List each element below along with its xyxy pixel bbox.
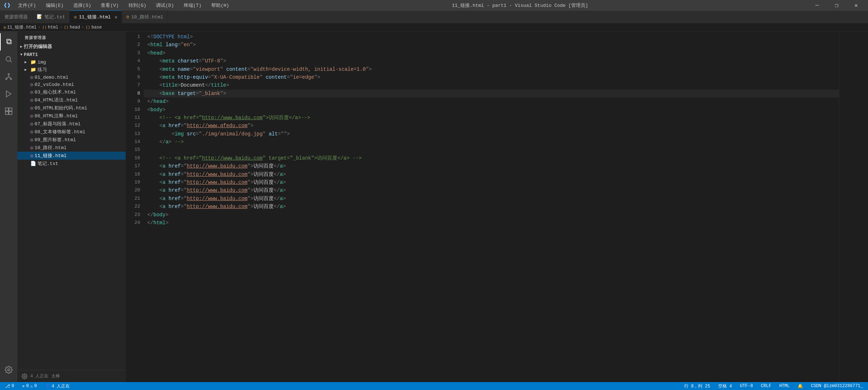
- settings-icon[interactable]: [22, 373, 27, 379]
- breadcrumb-head-label: head: [70, 25, 80, 30]
- tab-notes[interactable]: 📝 笔记.txt: [32, 10, 70, 23]
- breadcrumb-sep-3: ›: [82, 25, 84, 30]
- activity-debug[interactable]: [0, 85, 17, 103]
- svg-point-14: [24, 376, 25, 377]
- tab-routes[interactable]: ◎ 10_路径.html: [122, 10, 168, 23]
- tree-item-03[interactable]: ◎ 03_核心技术.html: [17, 88, 126, 96]
- breadcrumb-tag-icon-2: ⟨⟩: [64, 25, 69, 30]
- breadcrumb-base[interactable]: ⟨⟩ base: [86, 25, 102, 30]
- status-branch[interactable]: ⎇ 0: [4, 384, 16, 389]
- title-bar: ❰❱ 文件(F) 编辑(E) 选择(S) 查看(V) 转到(G) 调试(D) 终…: [0, 0, 868, 11]
- status-line-ending[interactable]: CRLF: [759, 384, 773, 389]
- window-controls[interactable]: — ❐ ✕: [809, 0, 864, 11]
- menu-goto[interactable]: 转到(G): [126, 1, 148, 9]
- breadcrumb-html-icon: ◎: [4, 25, 6, 30]
- code-content[interactable]: <!DOCTYPE html> <html lang="en"> <head> …: [144, 31, 839, 382]
- tree-item-02[interactable]: ◎ 02_vsCode.html: [17, 81, 126, 88]
- status-encoding[interactable]: UTF-8: [738, 384, 754, 389]
- tree-item-06[interactable]: ◎ 06_HTML注释.html: [17, 112, 126, 120]
- ln-3: 3: [126, 49, 140, 57]
- menu-select[interactable]: 选择(S): [71, 1, 93, 9]
- activity-extensions[interactable]: [0, 103, 17, 120]
- sidebar-bottom: 4 人正在 太棒: [17, 370, 126, 382]
- warning-icon: ⚠: [30, 384, 33, 389]
- tree-item-practice[interactable]: ▶ 📁 练习: [17, 66, 126, 74]
- tree-item-07[interactable]: ◎ 07_标题与段落.html: [17, 120, 126, 128]
- code-line-5: <meta name="viewport" content="width=dev…: [144, 65, 839, 73]
- tree-item-08[interactable]: ◎ 08_文本修饰标签.html: [17, 128, 126, 136]
- code-line-20: <a href="http://www.baidu.com">访问百度</a>: [144, 186, 839, 194]
- minimap: [839, 31, 868, 382]
- breadcrumb-base-label: base: [91, 25, 102, 30]
- t03-label: 03_核心技术.html: [35, 89, 76, 95]
- part1-section[interactable]: ▼ PART1: [17, 51, 126, 58]
- status-errors[interactable]: ✕ 0 ⚠ 0: [21, 384, 38, 389]
- practice-label: 练习: [38, 66, 47, 73]
- t06-icon: ◎: [30, 113, 33, 119]
- line-ending-label: CRLF: [761, 384, 771, 389]
- status-user-count[interactable]: 👤 4 人正在: [43, 383, 71, 389]
- status-spaces[interactable]: 空格 4: [717, 383, 733, 389]
- open-editors-section[interactable]: ▶ 打开的编辑器: [17, 42, 126, 51]
- menu-file[interactable]: 文件(F): [16, 1, 38, 9]
- svg-point-2: [8, 74, 9, 75]
- status-csdn-user[interactable]: CSDN @lzm0312286771_: [810, 384, 864, 389]
- cursor-position: 行 8，列 25: [684, 383, 710, 389]
- tab-main[interactable]: ◎ 11_链接.html ✕: [70, 10, 122, 23]
- status-left: ⎇ 0 ✕ 0 ⚠ 0 👤 4 人正在: [4, 383, 71, 389]
- tab-bar: 资源管理器 📝 笔记.txt ◎ 11_链接.html ✕ ◎ 10_路径.ht…: [0, 11, 868, 23]
- tab-routes-label: 10_路径.html: [131, 14, 163, 20]
- menu-view[interactable]: 查看(V): [99, 1, 121, 9]
- tree-item-09[interactable]: ◎ 09_图片标签.html: [17, 136, 126, 144]
- code-line-13: <img src="./img/animal/dog.jpg" alt="">: [144, 130, 839, 138]
- ln-7: 7: [126, 81, 140, 89]
- t02-icon: ◎: [30, 82, 33, 87]
- ln-13: 13: [126, 130, 140, 138]
- encoding-label: UTF-8: [740, 384, 753, 389]
- user-count-icon: 👤: [45, 384, 50, 389]
- menu-help[interactable]: 帮助(H): [209, 1, 231, 9]
- activity-source-control[interactable]: [0, 68, 17, 85]
- status-right: 行 8，列 25 空格 4 UTF-8 CRLF HTML 🔔 CSDN @lz…: [683, 383, 864, 389]
- minimize-button[interactable]: —: [809, 0, 825, 11]
- tree-item-notes[interactable]: 📄 笔记.txt: [17, 160, 126, 168]
- breadcrumb-file[interactable]: ◎ 11_链接.html: [4, 24, 36, 30]
- status-bell[interactable]: 🔔: [796, 384, 804, 389]
- activity-settings[interactable]: [0, 361, 17, 378]
- tree-item-04[interactable]: ◎ 04_HTML语法.html: [17, 96, 126, 104]
- tree-item-05[interactable]: ◎ 05_HTML初始代码.html: [17, 104, 126, 112]
- code-line-2: <html lang="en">: [144, 41, 839, 49]
- t01-icon: ◎: [30, 74, 33, 80]
- ln-21: 21: [126, 195, 140, 203]
- breadcrumb: ◎ 11_链接.html › ⟨⟩ html › ⟨⟩ head › ⟨⟩ ba…: [0, 23, 868, 31]
- menu-debug[interactable]: 调试(D): [154, 1, 176, 9]
- menu-bar[interactable]: 文件(F) 编辑(E) 选择(S) 查看(V) 转到(G) 调试(D) 终端(T…: [16, 1, 231, 9]
- menu-terminal[interactable]: 终端(T): [182, 1, 204, 9]
- status-cursor[interactable]: 行 8，列 25: [683, 383, 712, 389]
- tab-close-button[interactable]: ✕: [114, 14, 117, 20]
- code-line-6: <meta http-equiv="X-UA-Compatible" conte…: [144, 73, 839, 81]
- activity-search[interactable]: [0, 51, 17, 68]
- code-editor[interactable]: 1 2 3 4 5 6 7 8 9 10 11 12 13 14 15 16 1…: [126, 31, 868, 382]
- t09-icon: ◎: [30, 137, 33, 143]
- main-layout: ⧉: [0, 31, 868, 382]
- code-line-1: <!DOCTYPE html>: [144, 33, 839, 41]
- tab-explorer[interactable]: 资源管理器: [0, 10, 32, 23]
- tree-item-img[interactable]: ▶ 📁 img: [17, 58, 126, 66]
- breadcrumb-tag-icon-3: ⟨⟩: [86, 25, 90, 30]
- tree-item-11[interactable]: ◎ 11_链接.html: [17, 152, 126, 160]
- tree-item-10[interactable]: ◎ 10_路径.html: [17, 144, 126, 152]
- maximize-button[interactable]: ❐: [828, 0, 845, 11]
- breadcrumb-html[interactable]: ⟨⟩ html: [42, 25, 58, 30]
- menu-edit[interactable]: 编辑(E): [44, 1, 66, 9]
- ln-6: 6: [126, 73, 140, 81]
- svg-rect-9: [5, 108, 8, 111]
- activity-files[interactable]: ⧉: [0, 33, 17, 51]
- svg-marker-8: [6, 91, 11, 97]
- ln-16: 16: [126, 154, 140, 162]
- breadcrumb-head[interactable]: ⟨⟩ head: [64, 25, 80, 30]
- open-editors-label: 打开的编辑器: [24, 43, 52, 50]
- tree-item-01[interactable]: ◎ 01_demo.html: [17, 74, 126, 81]
- close-button[interactable]: ✕: [848, 0, 864, 11]
- status-language[interactable]: HTML: [778, 384, 791, 389]
